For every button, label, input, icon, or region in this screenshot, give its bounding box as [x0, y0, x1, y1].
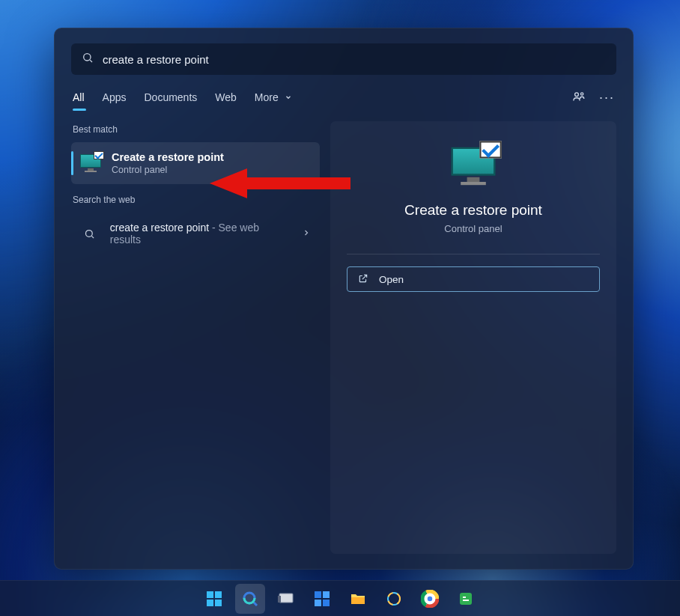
tab-documents[interactable]: Documents: [144, 87, 197, 111]
tab-web[interactable]: Web: [215, 87, 237, 111]
svg-rect-14: [279, 594, 293, 603]
tab-more-label: More: [255, 91, 279, 103]
taskbar-start-button[interactable]: [199, 584, 229, 614]
section-search-web: Search the web: [73, 195, 320, 205]
taskbar-widgets-button[interactable]: [307, 584, 337, 614]
svg-rect-31: [460, 593, 472, 605]
svg-point-3: [580, 93, 583, 95]
svg-rect-18: [323, 591, 330, 598]
divider: [347, 254, 600, 254]
taskbar-file-explorer[interactable]: [343, 584, 373, 614]
results-list: Best match Create a restore point Contro…: [71, 121, 320, 554]
svg-rect-8: [215, 591, 222, 598]
svg-rect-17: [315, 591, 321, 598]
open-button[interactable]: Open: [347, 266, 600, 292]
result-title: Create a restore point: [112, 151, 224, 163]
svg-rect-21: [351, 597, 365, 604]
search-input[interactable]: [103, 53, 606, 66]
chevron-right-icon: [302, 227, 311, 240]
result-subtitle: Control panel: [112, 165, 224, 175]
control-panel-icon: [80, 154, 101, 172]
section-best-match: Best match: [73, 124, 320, 135]
svg-rect-10: [215, 600, 222, 606]
chevron-down-icon: [285, 94, 292, 101]
tab-more[interactable]: More: [255, 87, 292, 111]
search-tabs-row: All Apps Documents Web More ···: [71, 87, 616, 111]
svg-rect-9: [207, 600, 213, 606]
svg-point-24: [388, 593, 400, 605]
open-button-label: Open: [379, 274, 404, 285]
taskbar-taskview-button[interactable]: [271, 584, 301, 614]
web-result-query: create a restore point: [110, 222, 209, 234]
svg-rect-16: [278, 596, 281, 603]
search-bar[interactable]: [71, 43, 616, 75]
svg-rect-20: [323, 600, 330, 606]
start-search-panel: All Apps Documents Web More ···: [54, 28, 634, 570]
taskbar: [0, 580, 680, 616]
detail-subtitle: Control panel: [444, 223, 502, 234]
taskbar-chrome[interactable]: [415, 584, 445, 614]
detail-icon: [463, 147, 484, 190]
tab-apps[interactable]: Apps: [103, 87, 127, 111]
svg-line-5: [92, 236, 94, 238]
svg-line-1: [90, 60, 92, 62]
detail-title: Create a restore point: [404, 202, 542, 219]
taskbar-app-1[interactable]: [379, 584, 409, 614]
svg-rect-7: [207, 591, 213, 598]
tab-all[interactable]: All: [73, 87, 85, 111]
open-external-icon: [358, 273, 368, 286]
taskbar-app-2[interactable]: [451, 584, 481, 614]
sign-in-icon[interactable]: [572, 91, 586, 107]
search-icon: [82, 52, 94, 67]
result-detail-pane: Create a restore point Control panel Ope…: [330, 121, 616, 554]
web-result-text: create a restore point - See web results: [110, 222, 291, 246]
taskbar-search-button[interactable]: [235, 584, 265, 614]
svg-point-0: [84, 54, 91, 61]
search-icon: [80, 228, 100, 240]
svg-point-4: [86, 230, 93, 237]
more-options-button[interactable]: ···: [599, 91, 615, 104]
result-web-search[interactable]: create a restore point - See web results: [71, 213, 320, 254]
result-create-restore-point[interactable]: Create a restore point Control panel: [71, 142, 320, 184]
svg-rect-19: [315, 600, 321, 606]
svg-point-2: [575, 93, 579, 97]
